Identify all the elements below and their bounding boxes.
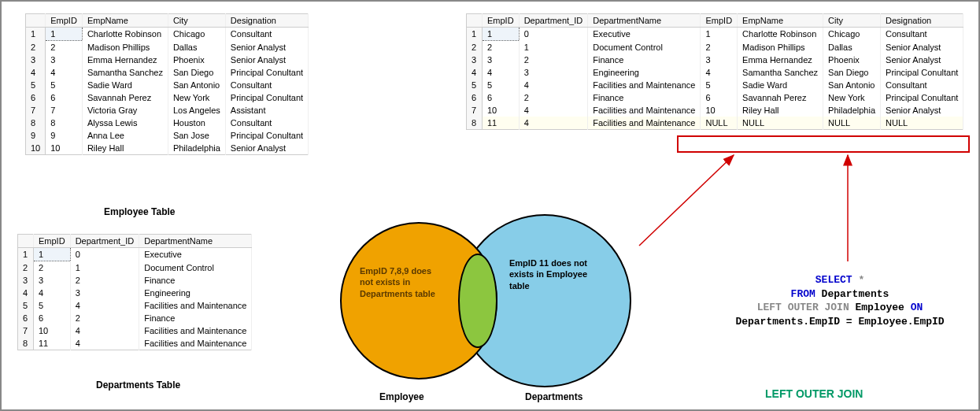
table-cell: San Diego [823, 66, 881, 79]
table-cell: 3 [519, 66, 588, 79]
table-cell: 10 [46, 142, 83, 155]
table-cell: Samantha Sanchez [82, 66, 168, 79]
table-cell: 6 [26, 91, 46, 104]
table-cell: 5 [467, 79, 483, 91]
table-cell: 3 [26, 54, 46, 66]
column-header [467, 14, 483, 28]
table-cell: Facilities and Maintenance [139, 324, 252, 337]
table-cell: Facilities and Maintenance [588, 104, 701, 117]
join-type-label: LEFT OUTER JOIN [765, 387, 863, 400]
table-cell: 5 [46, 79, 83, 91]
table-cell: Consultant [225, 117, 308, 129]
column-header: EmpID [701, 14, 738, 28]
table-cell: 1 [26, 28, 46, 41]
table-row: 55Sadie WardSan AntonioConsultant [26, 79, 309, 91]
table-cell: 2 [519, 54, 588, 66]
table-cell: Engineering [588, 66, 701, 79]
table-cell: Principal Conultant [225, 129, 308, 142]
table-cell: Principal Conultant [881, 66, 963, 79]
table-cell: 4 [519, 79, 588, 91]
table-cell: Dallas [168, 41, 225, 54]
table-row: 221Document Control2Madison PhillipsDall… [467, 41, 963, 54]
table-cell: 7 [26, 104, 46, 117]
table-cell: 10 [701, 104, 738, 117]
sql-kw-join: LEFT OUTER JOIN [757, 302, 849, 313]
table-row: 554Facilities and Maintenance5Sadie Ward… [467, 79, 963, 91]
table-cell: 8 [467, 117, 483, 130]
table-cell: San Antonio [168, 79, 225, 91]
table-cell: Emma Hernandez [738, 54, 823, 66]
table-cell: Senior Analyst [225, 41, 308, 54]
column-header: EmpName [738, 14, 823, 28]
table-row: 662Finance [18, 312, 252, 324]
column-header: EmpName [82, 14, 168, 28]
table-cell: Engineering [139, 287, 252, 299]
table-row: 99Anna LeeSan JosePrincipal Conultant [26, 129, 309, 142]
venn-left-text: EmpID 7,8,9 does not exists in Departmen… [360, 265, 446, 299]
departments-table-caption: Departments Table [96, 380, 180, 391]
table-cell: 5 [34, 299, 71, 312]
table-cell: 3 [483, 54, 520, 66]
table-cell: 5 [26, 79, 46, 91]
column-header: City [168, 14, 225, 28]
table-cell: Madison Phillips [82, 41, 168, 54]
table-row: 77Victoria GrayLos AngelesAssistant [26, 104, 309, 117]
table-cell: 6 [483, 91, 520, 104]
table-cell: Savannah Perez [82, 91, 168, 104]
table-cell: Finance [588, 91, 701, 104]
table-cell: Houston [168, 117, 225, 129]
table-cell: Charlotte Robinson [738, 28, 823, 41]
table-cell: 6 [18, 312, 34, 324]
table-row: 110Executive1Charlotte RobinsonChicagoCo… [467, 28, 963, 41]
departments-table: EmpIDDepartment_IDDepartmentName 110Exec… [17, 234, 252, 350]
table-cell: 2 [26, 41, 46, 54]
table-row: 443Engineering4Samantha SanchezSan Diego… [467, 66, 963, 79]
table-cell: 2 [34, 261, 71, 275]
table-row: 22Madison PhillipsDallasSenior Analyst [26, 41, 309, 54]
table-cell: Riley Hall [738, 104, 823, 117]
table-cell: 4 [26, 66, 46, 79]
table-cell: 4 [70, 299, 139, 312]
table-cell: Facilities and Maintenance [588, 117, 701, 130]
table-cell: 4 [519, 117, 588, 130]
table-cell: 1 [70, 261, 139, 275]
table-row: 88Alyssa LewisHoustonConsultant [26, 117, 309, 129]
venn-left-label: Employee [379, 391, 424, 402]
table-cell: 8 [18, 337, 34, 350]
table-cell: 1 [46, 28, 83, 41]
table-cell: Senior Analyst [881, 104, 963, 117]
table-row: 11Charlotte RobinsonChicagoConsultant [26, 28, 309, 41]
column-header [18, 235, 34, 248]
table-row: 332Finance3Emma HernandezPhoenixSenior A… [467, 54, 963, 66]
table-cell: NULL [738, 117, 823, 130]
table-cell: 8 [26, 117, 46, 129]
table-cell: Anna Lee [82, 129, 168, 142]
table-cell: 4 [483, 66, 520, 79]
table-row: 332Finance [18, 274, 252, 287]
table-cell: 2 [70, 274, 139, 287]
table-row: 7104Facilities and Maintenance10Riley Ha… [467, 104, 963, 117]
table-row: 33Emma HernandezPhoenixSenior Analyst [26, 54, 309, 66]
table-cell: Philadelphia [823, 104, 881, 117]
table-cell: 6 [34, 312, 71, 324]
table-cell: San Jose [168, 129, 225, 142]
table-cell: Phoenix [168, 54, 225, 66]
table-row: 221Document Control [18, 261, 252, 275]
table-row: 8114Facilities and Maintenance [18, 337, 252, 350]
table-cell: Senior Analyst [225, 54, 308, 66]
table-row: 662Finance6Savannah PerezNew YorkPrincip… [467, 91, 963, 104]
table-row: 1010Riley HallPhiladelphiaSenior Analyst [26, 142, 309, 155]
table-cell: Principal Conultant [225, 91, 308, 104]
table-cell: Principal Conultant [881, 91, 963, 104]
table-row: 66Savannah PerezNew YorkPrincipal Conult… [26, 91, 309, 104]
table-cell: Chicago [168, 28, 225, 41]
table-cell: Senior Analyst [225, 142, 308, 155]
table-cell: Document Control [139, 261, 252, 275]
table-cell: 10 [483, 104, 520, 117]
table-cell: Victoria Gray [82, 104, 168, 117]
table-cell: Phoenix [823, 54, 881, 66]
table-cell: 1 [519, 41, 588, 54]
table-cell: Executive [139, 248, 252, 261]
table-cell: 11 [483, 117, 520, 130]
column-header: Department_ID [70, 235, 139, 248]
